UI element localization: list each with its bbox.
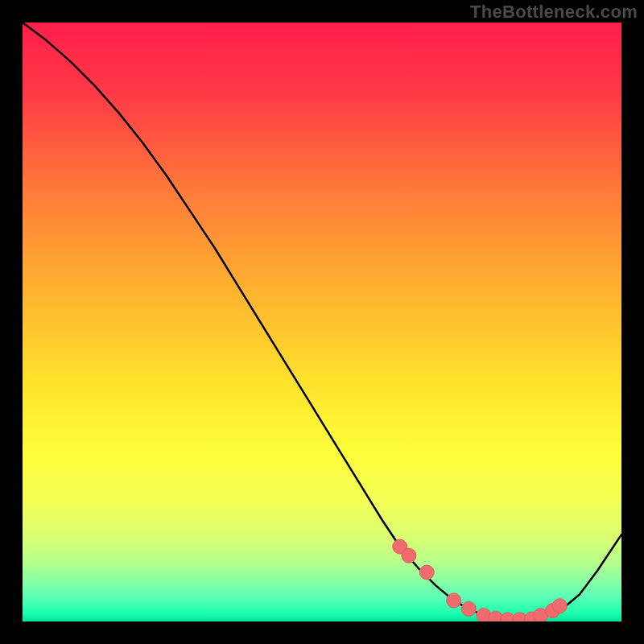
chart-background: [23, 23, 621, 621]
chart-svg: [23, 23, 621, 621]
chart-frame: TheBottleneck.com: [0, 0, 644, 644]
watermark-text: TheBottleneck.com: [470, 2, 638, 23]
plot-area: [23, 23, 621, 621]
highlight-dot: [447, 593, 461, 608]
highlight-dot: [461, 601, 476, 616]
highlight-dot: [552, 599, 567, 613]
highlight-dot: [402, 548, 416, 563]
highlight-dot: [419, 565, 434, 580]
